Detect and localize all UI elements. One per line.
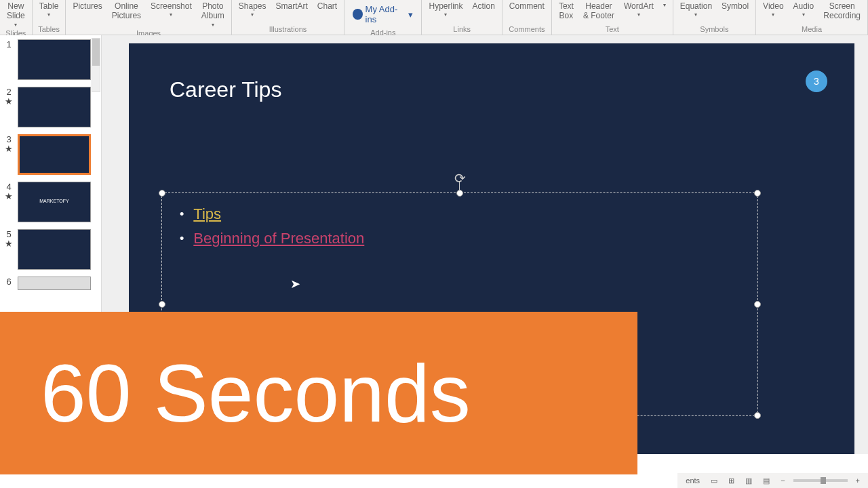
overlay-text: 60 Seconds	[41, 346, 471, 440]
mouse-cursor-icon: ➤	[290, 277, 300, 291]
ribbon-button[interactable]: Shapes▾	[235, 1, 271, 18]
zoom-out-icon[interactable]: −	[778, 476, 787, 485]
ribbon-button[interactable]: NewSlide▾	[3, 1, 29, 28]
chevron-down-icon: ▾	[663, 2, 666, 9]
ribbon-group: CommentComments	[502, 0, 552, 35]
my-addins-button[interactable]: My Add-ins ▾	[347, 1, 418, 27]
ribbon-button[interactable]: Chart	[313, 1, 341, 11]
view-slideshow-icon[interactable]: ▤	[760, 476, 772, 485]
scrollbar[interactable]	[92, 38, 100, 92]
slide-title: Career Tips	[170, 77, 814, 102]
slide-thumbnail-row: 2★	[3, 87, 98, 127]
zoom-slider-handle[interactable]	[821, 477, 826, 484]
ribbon-group: Table▾Tables	[33, 0, 66, 35]
view-sorter-icon[interactable]: ⊞	[726, 476, 737, 485]
ribbon-group: Video▾Audio▾ScreenRecordingMedia	[756, 0, 868, 35]
ribbon-button[interactable]: ScreenRecording	[819, 1, 865, 21]
chevron-down-icon: ▾	[251, 12, 254, 18]
resize-handle[interactable]	[754, 190, 761, 197]
slide-thumbnail-row: 4★MARKETOFY	[3, 182, 98, 222]
slide-number: 4	[6, 182, 11, 192]
slide-thumbnail[interactable]: MARKETOFY	[18, 182, 91, 222]
ribbon-group-label: Comments	[505, 24, 549, 35]
ribbon-button[interactable]: PhotoAlbum▾	[197, 1, 229, 28]
ribbon-button[interactable]: Action	[469, 1, 499, 11]
bullet-list[interactable]: Tips Beginning of Presentation ➤	[162, 193, 757, 266]
ribbon-button[interactable]: TextBox	[555, 1, 578, 21]
ribbon-button[interactable]: Comment	[505, 1, 549, 11]
ribbon-button[interactable]: Equation▾	[676, 1, 716, 18]
zoom-in-icon[interactable]: +	[853, 476, 863, 485]
resize-handle[interactable]	[159, 190, 165, 197]
ribbon-button[interactable]: Header& Footer	[579, 1, 618, 21]
ribbon-group: Shapes▾SmartArtChartIllustrations	[232, 0, 344, 35]
slide-number: 5	[6, 229, 11, 239]
slide-number: 2	[6, 87, 11, 97]
ribbon-group: My Add-ins ▾Add-ins	[344, 0, 422, 35]
list-item[interactable]: Tips	[180, 205, 740, 223]
chevron-down-icon: ▾	[637, 12, 640, 18]
chevron-down-icon: ▾	[14, 22, 17, 28]
ribbon-group-label: Tables	[35, 24, 63, 35]
slide-number: 3	[6, 134, 11, 144]
list-item[interactable]: Beginning of Presentation ➤	[180, 230, 740, 247]
rotate-line	[459, 181, 460, 190]
view-reading-icon[interactable]: ▥	[743, 476, 755, 485]
view-normal-icon[interactable]: ▭	[708, 476, 720, 485]
ribbon-button[interactable]: SmartArt	[272, 1, 312, 11]
resize-handle[interactable]	[456, 190, 463, 197]
resize-handle[interactable]	[159, 301, 165, 308]
slide-thumbnail[interactable]	[18, 277, 91, 290]
hyperlink-tips[interactable]: Tips	[193, 205, 221, 223]
rotate-handle-icon[interactable]: ⟳	[454, 170, 466, 186]
chevron-down-icon: ▾	[170, 12, 172, 18]
ribbon-button[interactable]: OnlinePictures	[108, 1, 145, 21]
zoom-slider[interactable]	[793, 479, 848, 482]
animation-star-icon: ★	[5, 97, 13, 106]
slide-thumbnail[interactable]	[18, 39, 91, 80]
resize-handle[interactable]	[754, 412, 761, 419]
slide-thumbnail-row: 6	[3, 277, 98, 290]
chevron-down-icon: ▾	[444, 12, 447, 18]
resize-handle[interactable]	[754, 301, 761, 308]
overlay-banner: 60 Seconds	[0, 312, 637, 474]
ribbon-button[interactable]: WordArt▾	[620, 1, 658, 18]
ribbon-group: Equation▾SymbolSymbols	[673, 0, 756, 35]
hyperlink-beginning[interactable]: Beginning of Presentation	[193, 230, 364, 247]
status-bar: ents ▭ ⊞ ▥ ▤ − +	[677, 473, 868, 488]
slide-number: 6	[6, 277, 11, 287]
animation-star-icon: ★	[5, 239, 13, 248]
ribbon-button[interactable]: Audio▾	[789, 1, 818, 18]
ribbon-button[interactable]: Hyperlink▾	[425, 1, 467, 18]
animation-star-icon: ★	[5, 144, 13, 153]
ribbon-button[interactable]: Video▾	[759, 1, 787, 18]
ribbon-button[interactable]: Table▾	[35, 1, 63, 18]
ribbon-group: PicturesOnlinePicturesScreenshot▾PhotoAl…	[66, 0, 231, 35]
slide-thumbnail[interactable]	[18, 87, 91, 127]
ribbon-button[interactable]: Screenshot▾	[146, 1, 196, 18]
ribbon-button[interactable]: Symbol	[717, 1, 753, 11]
slide-thumbnail[interactable]	[18, 229, 91, 270]
ribbon-group-label: Media	[759, 24, 865, 35]
chevron-down-icon: ▾	[772, 12, 774, 18]
chevron-down-icon: ▾	[408, 9, 413, 20]
slide-thumbnail-row: 5★	[3, 229, 98, 270]
animation-star-icon: ★	[5, 192, 13, 201]
slide-thumbnail-row: 1	[3, 39, 98, 80]
ribbon-button[interactable]: ▾	[659, 1, 670, 9]
addins-label: My Add-ins	[366, 4, 405, 24]
ribbon-group: Hyperlink▾ActionLinks	[422, 0, 502, 35]
scrollbar-thumb[interactable]	[92, 39, 100, 66]
ribbon-button[interactable]: Pictures	[68, 1, 106, 11]
slide-number-badge: 3	[806, 70, 827, 92]
ribbon-group-label: Illustrations	[235, 24, 341, 35]
status-ents: ents	[683, 476, 703, 485]
chevron-down-icon: ▾	[212, 22, 214, 28]
slide-thumbnail[interactable]	[18, 134, 91, 175]
chevron-down-icon: ▾	[47, 12, 50, 18]
ribbon-group: NewSlide▾Slides	[0, 0, 33, 35]
chevron-down-icon: ▾	[802, 12, 805, 18]
addins-icon	[353, 9, 362, 20]
ribbon-group-label: Text	[555, 24, 670, 35]
slide-thumbnail-row: 3★	[3, 134, 98, 175]
